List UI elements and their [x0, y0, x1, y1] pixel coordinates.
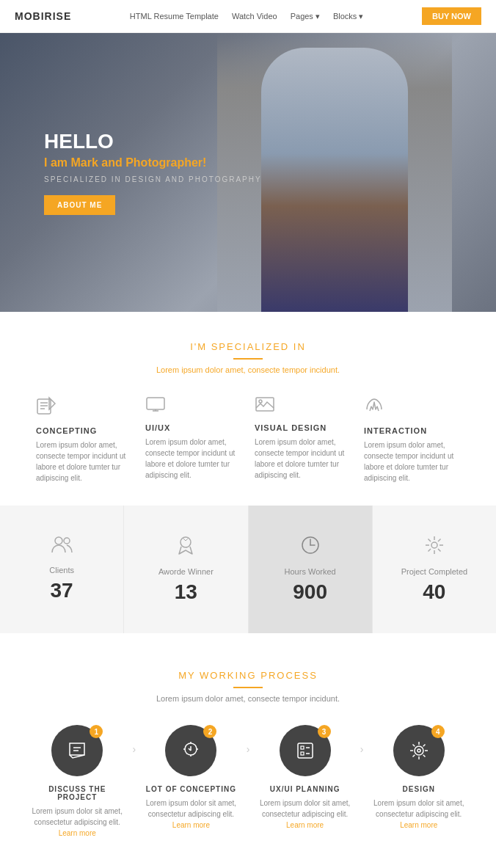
process-step-2: 2 LOT OF CONCEPTING Lorem ipsum dolor si… [143, 725, 239, 831]
skill-uiux: UI/UX Lorem ipsum dolor amet, consecte t… [145, 396, 241, 484]
uiux-icon [145, 396, 241, 417]
step1-badge: 1 [90, 725, 103, 738]
hero-subtitle-highlight: Photographer! [125, 156, 206, 169]
uiux-desc: Lorem ipsum dolor amet, consecte tempor … [145, 437, 241, 481]
projects-icon [387, 535, 481, 560]
svg-line-23 [438, 549, 441, 552]
nav-link-resume[interactable]: HTML Resume Template [130, 12, 219, 21]
hero-specialization: SPECIALIZED IN DESIGN AND PHOTOGRAPHY [44, 175, 262, 183]
title-prefix: I'M [190, 341, 211, 352]
skill-concepting: CONCEPTING Lorem ipsum dolor amet, conse… [36, 396, 132, 484]
title-suffix: IN [289, 341, 306, 352]
aworde-icon [139, 535, 233, 560]
svg-point-11 [180, 537, 191, 547]
process-title-underline [233, 687, 263, 688]
concepting-desc: Lorem ipsum dolor amet, consecte tempor … [36, 440, 132, 484]
projects-label: Project Completed [387, 567, 481, 576]
svg-line-24 [438, 539, 441, 542]
nav-link-video[interactable]: Watch Video [232, 12, 277, 21]
step2-circle: 2 [165, 725, 216, 776]
nav-link-pages[interactable]: Pages ▾ [291, 12, 320, 21]
clients-number: 37 [15, 579, 109, 602]
title-highlight: SPECIALIZED [211, 341, 290, 352]
step4-desc: Lorem ipsum dolor sit amet, consectetur … [371, 798, 467, 831]
interaction-icon [364, 396, 460, 420]
step3-circle: 3 [280, 725, 331, 776]
clients-label: Clients [15, 566, 109, 575]
step3-title: UX/UI PLANNING [257, 785, 353, 793]
process-step-3: 3 UX/UI PLANNING Lorem ipsum dolor sit a… [257, 725, 353, 831]
svg-line-46 [412, 745, 415, 747]
aworde-number: 13 [139, 580, 233, 604]
process-title-suffix: PROCESS [257, 670, 318, 681]
step2-title: LOT OF CONCEPTING [143, 785, 239, 793]
step1-circle: 1 [51, 725, 103, 776]
step2-link[interactable]: Learn more [172, 821, 210, 829]
svg-rect-4 [147, 398, 164, 409]
concepting-icon [36, 396, 132, 420]
stat-clients: Clients 37 [0, 506, 124, 633]
process-steps: 1 DISCUSS THE PROJECT Lorem ipsum dolor … [29, 725, 467, 839]
specialized-section: I'M SPECIALIZED IN Lorem ipsum dolor ame… [0, 312, 496, 506]
svg-point-9 [55, 537, 62, 544]
step4-badge: 4 [431, 725, 445, 738]
step4-link[interactable]: Learn more [400, 821, 437, 829]
step3-badge: 3 [318, 725, 331, 738]
concepting-title: CONCEPTING [36, 426, 132, 435]
svg-rect-37 [301, 752, 304, 755]
specialized-subtitle: Lorem ipsum dolor amet, consecte tempor … [29, 365, 467, 374]
interaction-title: INTERACTION [364, 426, 460, 435]
buy-now-button[interactable]: BUY NOW [422, 7, 481, 25]
stat-hours: Hours Worked 900 [249, 506, 373, 633]
specialized-title: I'M SPECIALIZED IN [29, 341, 467, 352]
skill-visual: VISUAL DESIGN Lorem ipsum dolor amet, co… [255, 396, 351, 484]
svg-point-10 [64, 538, 70, 544]
hero-subtitle-prefix: I am Mark and [44, 156, 125, 169]
svg-point-8 [259, 400, 262, 403]
hero-subtitle: I am Mark and Photographer! [44, 156, 262, 169]
svg-line-13 [186, 538, 189, 541]
interaction-desc: Lorem ipsum dolor amet, consecte tempor … [364, 440, 460, 484]
svg-line-49 [412, 755, 415, 757]
arrow-3: › [360, 743, 364, 755]
hours-number: 900 [263, 580, 357, 604]
step1-link[interactable]: Learn more [59, 829, 96, 837]
step4-circle: 4 [393, 725, 445, 776]
process-title-prefix: MY [178, 670, 200, 681]
stats-section: Clients 37 Aworde Winner 13 Hours Worked… [0, 506, 496, 633]
process-section: MY WORKING PROCESS Lorem ipsum dolor ame… [0, 633, 496, 868]
process-step-1: 1 DISCUSS THE PROJECT Lorem ipsum dolor … [29, 725, 125, 839]
step2-badge: 2 [203, 725, 216, 738]
nav-links: HTML Resume Template Watch Video Pages ▾… [130, 12, 364, 21]
visual-icon [255, 396, 351, 417]
title-underline [233, 358, 263, 360]
svg-line-12 [183, 538, 186, 541]
step2-desc: Lorem ipsum dolor sit amet, consectetur … [143, 798, 239, 831]
stat-projects: Project Completed 40 [373, 506, 496, 633]
arrow-2: › [247, 743, 250, 755]
arrow-1: › [133, 743, 136, 755]
visual-desc: Lorem ipsum dolor amet, consecte tempor … [255, 437, 351, 481]
svg-point-41 [417, 749, 420, 752]
nav-link-blocks[interactable]: Blocks ▾ [333, 12, 363, 21]
process-step-4: 4 DESIGN Lorem ipsum dolor sit amet, con… [371, 725, 467, 831]
svg-line-48 [423, 745, 425, 747]
skills-grid: CONCEPTING Lorem ipsum dolor amet, conse… [29, 396, 467, 484]
process-title: MY WORKING PROCESS [29, 670, 467, 681]
step3-desc: Lorem ipsum dolor sit amet, consectetur … [257, 798, 353, 831]
hero-section: HELLO I am Mark and Photographer! SPECIA… [0, 33, 496, 312]
step4-title: DESIGN [371, 785, 467, 793]
svg-rect-36 [301, 746, 304, 749]
process-title-highlight: WORKING [200, 670, 257, 681]
step1-desc: Lorem ipsum dolor sit amet, consectetur … [29, 806, 125, 839]
step3-link[interactable]: Learn more [286, 821, 324, 829]
clients-icon [15, 535, 109, 558]
navbar: MOBIRISE HTML Resume Template Watch Vide… [0, 0, 496, 33]
projects-number: 40 [387, 580, 481, 604]
hero-about-button[interactable]: ABOUT ME [44, 195, 115, 215]
svg-point-17 [431, 542, 437, 548]
nav-logo: MOBIRISE [15, 10, 71, 22]
hours-label: Hours Worked [263, 567, 357, 576]
svg-rect-35 [298, 743, 313, 758]
stat-aworde: Aworde Winner 13 [124, 506, 248, 633]
